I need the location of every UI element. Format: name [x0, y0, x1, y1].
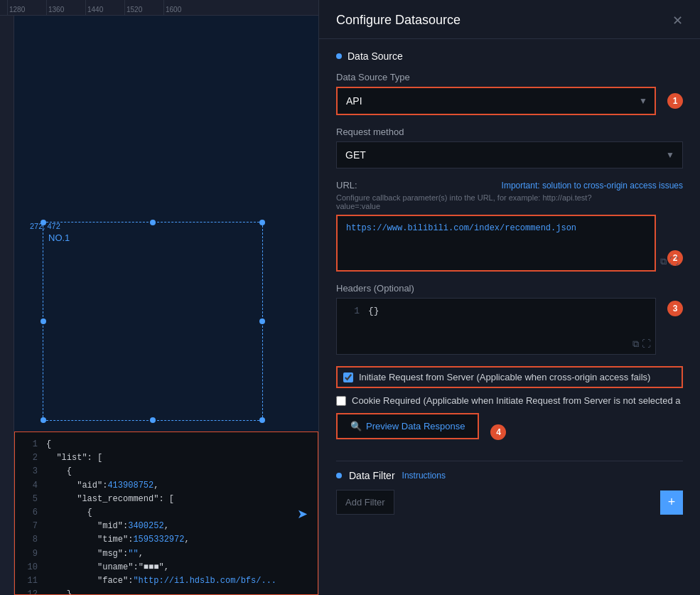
- request-method-group: Request method GET POST PUT DELETE ▼: [336, 127, 683, 168]
- headers-label: Headers (Optional): [336, 283, 683, 294]
- step-badge-3: 3: [667, 301, 683, 316]
- cookie-required-label: Cookie Required (Applicable when Initiat…: [352, 395, 680, 406]
- datasource-type-select[interactable]: API Static Data Database: [336, 87, 656, 115]
- section-dot: [336, 53, 342, 59]
- request-method-select[interactable]: GET POST PUT DELETE: [336, 141, 683, 168]
- ruler-left: [0, 16, 14, 595]
- data-filter-header: Data Filter Instructions: [336, 470, 683, 481]
- section-header-datasource: Data Source: [336, 50, 683, 62]
- url-textarea-wrapper: https://www.bilibili.com/index/recommend…: [336, 215, 683, 272]
- headers-editor[interactable]: 1 {} ⧉ ⛶: [336, 298, 656, 355]
- handle-mr[interactable]: [259, 318, 265, 324]
- headers-value: {}: [368, 306, 379, 316]
- ruler-mark: 1600: [163, 0, 203, 15]
- handle-bl[interactable]: [41, 417, 46, 423]
- panel-title: Configure Datasource: [336, 13, 461, 28]
- data-filter-title: Data Filter: [349, 470, 395, 481]
- headers-editor-icons: ⧉ ⛶: [632, 338, 651, 350]
- canvas-area: 1280 1360 1440 1520 1600 272, 472 NO.1 1…: [0, 0, 318, 595]
- cookie-required-row: Cookie Required (Applicable when Initiat…: [336, 395, 683, 406]
- initiate-request-checkbox[interactable]: [343, 372, 353, 382]
- handle-bm[interactable]: [150, 417, 156, 423]
- preview-data-response-button[interactable]: 🔍 Preview Data Response: [336, 413, 479, 439]
- handle-br[interactable]: [259, 417, 265, 423]
- cross-origin-link[interactable]: Important: solution to cross-origin acce…: [502, 181, 683, 191]
- instructions-link[interactable]: Instructions: [402, 471, 446, 481]
- handle-tr[interactable]: [259, 220, 265, 225]
- handle-tm[interactable]: [150, 220, 156, 225]
- config-panel: Configure Datasource ✕ Data Source Data …: [318, 0, 700, 595]
- search-preview-icon: 🔍: [350, 421, 362, 431]
- panel-body: Data Source Data Source Type API Static …: [319, 39, 700, 526]
- initiate-request-label: Initiate Request from Server (Applicable…: [359, 372, 650, 382]
- ruler-mark: 1440: [85, 0, 124, 15]
- url-hint: Configure callback parameter(s) into the…: [336, 193, 683, 210]
- expand-icon[interactable]: ⛶: [669, 256, 679, 267]
- element-box[interactable]: [43, 222, 263, 421]
- datasource-type-label: Data Source Type: [336, 72, 683, 82]
- close-button[interactable]: ✕: [672, 14, 683, 27]
- headers-group: Headers (Optional) 1 {} ⧉ ⛶ 3: [336, 283, 683, 355]
- ruler-mark: 1360: [46, 0, 85, 15]
- add-filter-button[interactable]: +: [660, 491, 683, 515]
- add-filter-select[interactable]: Add Filter: [336, 490, 394, 515]
- element-label: NO.1: [48, 232, 70, 243]
- data-filter-dot: [336, 473, 342, 478]
- url-row: URL: Important: solution to cross-origin…: [336, 180, 683, 191]
- ruler-mark: 1280: [7, 0, 46, 15]
- request-method-label: Request method: [336, 127, 683, 137]
- datasource-type-group: Data Source Type API Static Data Databas…: [336, 72, 683, 115]
- request-method-wrapper: GET POST PUT DELETE ▼: [336, 141, 683, 168]
- datasource-type-wrapper: API Static Data Database ▼: [336, 87, 656, 115]
- url-label: URL:: [336, 180, 357, 191]
- expand-headers-icon[interactable]: ⛶: [642, 338, 651, 350]
- panel-header: Configure Datasource ✕: [319, 0, 700, 39]
- url-textarea[interactable]: https://www.bilibili.com/index/recommend…: [336, 215, 656, 272]
- cookie-required-checkbox[interactable]: [336, 396, 346, 406]
- ruler-top: 1280 1360 1440 1520 1600: [0, 0, 318, 16]
- copy-headers-icon[interactable]: ⧉: [632, 338, 639, 350]
- ruler-mark: 1520: [124, 0, 163, 15]
- section-title-datasource: Data Source: [348, 50, 403, 62]
- step-badge-1: 1: [667, 93, 683, 109]
- url-textarea-icons: ⧉ ⛶: [660, 256, 679, 267]
- handle-tl[interactable]: [41, 220, 46, 225]
- handle-ml[interactable]: [41, 318, 46, 324]
- initiate-request-row: Initiate Request from Server (Applicable…: [336, 366, 683, 388]
- json-preview: 1{ 2 "list": [ 3 { 4 "aid": 413908752, 5…: [14, 431, 318, 595]
- add-filter-row: Add Filter +: [336, 490, 683, 515]
- arrow-icon: ➤: [297, 506, 308, 522]
- divider: [336, 461, 683, 461]
- url-group: URL: Important: solution to cross-origin…: [336, 180, 683, 272]
- step-badge-4: 4: [490, 424, 506, 440]
- copy-icon[interactable]: ⧉: [660, 256, 667, 267]
- preview-btn-label: Preview Data Response: [366, 421, 465, 431]
